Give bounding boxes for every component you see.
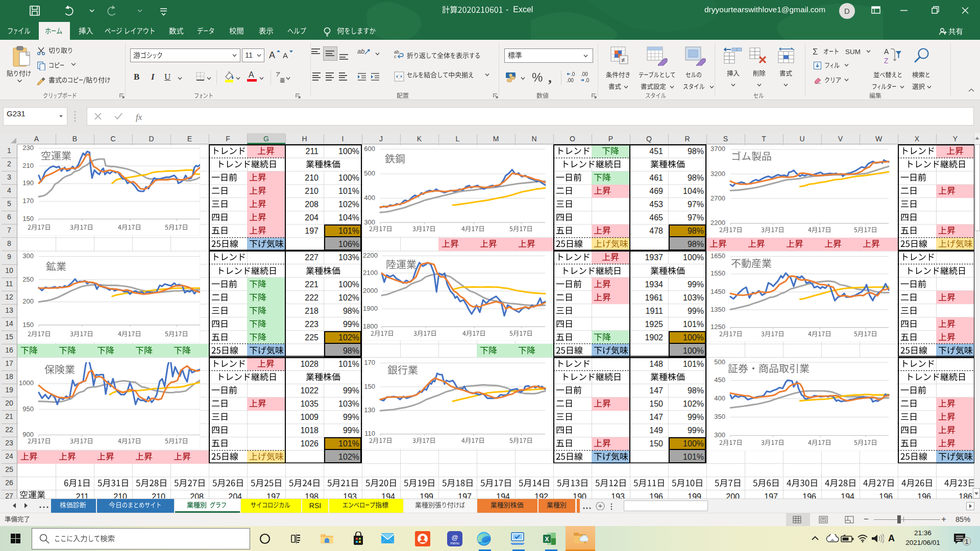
svg-text:.00: .00 xyxy=(581,71,588,77)
svg-text:≠: ≠ xyxy=(621,56,625,64)
svg-text:1: 1 xyxy=(965,538,969,545)
svg-text:fx: fx xyxy=(136,112,142,122)
svg-text:menu: menu xyxy=(450,541,459,545)
svg-text:.0: .0 xyxy=(571,71,575,77)
svg-text:A: A xyxy=(884,47,889,56)
svg-text:.00: .00 xyxy=(567,78,574,83)
svg-text:Z: Z xyxy=(884,57,889,65)
svg-text:@: @ xyxy=(451,534,458,541)
svg-text:.0: .0 xyxy=(585,78,590,83)
svg-text:c: c xyxy=(394,54,397,59)
svg-text:X: X xyxy=(545,536,549,543)
